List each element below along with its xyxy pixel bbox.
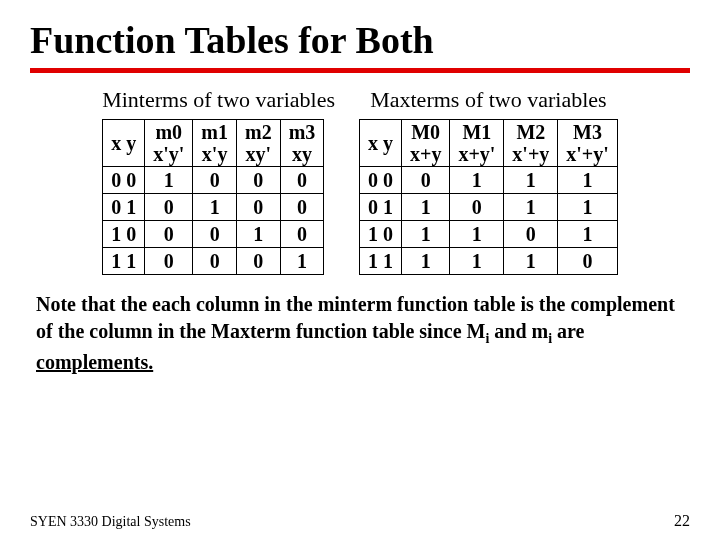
table-row: 0 1 0 1 0 0 <box>103 194 324 221</box>
slide-title: Function Tables for Both <box>30 18 690 62</box>
title-rule <box>30 68 690 73</box>
minterms-header-m2: m2 xy' <box>236 120 280 167</box>
footer: SYEN 3330 Digital Systems 22 <box>30 512 690 530</box>
table-row: 0 0 1 0 0 0 <box>103 167 324 194</box>
maxterms-subtitle: Maxterms of two variables <box>359 87 618 113</box>
table-row: 1 1 1 1 1 0 <box>359 248 617 275</box>
tables-wrap: Minterms of two variables x y m0 x'y' m1… <box>30 87 690 275</box>
minterms-col-xy: x y <box>103 120 145 167</box>
note-text: Note that the each column in the minterm… <box>36 291 684 376</box>
minterms-block: Minterms of two variables x y m0 x'y' m1… <box>102 87 335 275</box>
maxterms-block: Maxterms of two variables x y M0 x+y M1 … <box>359 87 618 275</box>
minterms-subtitle: Minterms of two variables <box>102 87 335 113</box>
maxterms-col-xy: x y <box>359 120 401 167</box>
maxterms-header-M0: M0 x+y <box>401 120 449 167</box>
table-row: 1 0 0 0 1 0 <box>103 221 324 248</box>
minterms-header-m1: m1 x'y <box>193 120 237 167</box>
table-row: 1 0 1 1 0 1 <box>359 221 617 248</box>
maxterms-header-M3: M3 x'+y' <box>558 120 618 167</box>
minterms-table: x y m0 x'y' m1 x'y m2 xy' m3 <box>102 119 324 275</box>
maxterms-header-M2: M2 x'+y <box>504 120 558 167</box>
table-row: 0 1 1 0 1 1 <box>359 194 617 221</box>
minterms-header-m3: m3 xy <box>280 120 324 167</box>
maxterms-header-M1: M1 x+y' <box>450 120 504 167</box>
table-row: 1 1 0 0 0 1 <box>103 248 324 275</box>
maxterms-table: x y M0 x+y M1 x+y' M2 x'+y M3 <box>359 119 618 275</box>
page-number: 22 <box>674 512 690 530</box>
table-row: 0 0 0 1 1 1 <box>359 167 617 194</box>
course-label: SYEN 3330 Digital Systems <box>30 514 191 530</box>
minterms-header-m0: m0 x'y' <box>145 120 193 167</box>
